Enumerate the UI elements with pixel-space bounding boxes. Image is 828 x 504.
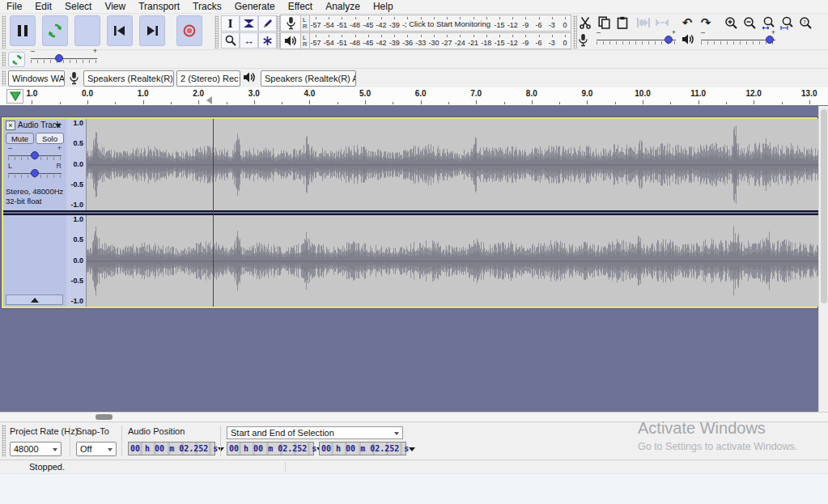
track-menu-chevron-icon[interactable] [55,124,62,131]
zoom-out-button[interactable] [741,15,758,31]
track-close-button[interactable]: × [6,121,15,130]
meter-scale-number: -57 [310,21,321,29]
recording-meter-scale[interactable]: -57-54-51-48-45-42-39-36-33-30-27-24-21-… [310,15,571,32]
redo-button[interactable]: ↷ [697,15,715,31]
loop-play-button[interactable] [42,15,68,46]
timeline-label: 8.0 [526,89,537,98]
menu-effect[interactable]: Effect [282,0,319,14]
play-speed-slider[interactable]: –+ [31,53,97,66]
waveform-channel-left[interactable] [87,119,819,210]
timeline-tick [504,102,505,104]
vertical-scale-ruler[interactable]: 1.00.50.0-0.5-1.0 [66,119,87,210]
solo-button[interactable]: Solo [36,133,64,144]
toolbar-grip[interactable] [2,425,6,457]
recording-device-select[interactable]: Speakers (Realtek(R) Au [83,70,174,87]
gain-thumb[interactable] [31,151,39,159]
audio-track[interactable]: × Audio Track Mute Solo –+ LR Stereo, 48… [2,117,817,308]
playhead-marker[interactable] [202,96,212,104]
pan-slider[interactable]: LR [8,167,62,180]
playback-volume-slider[interactable]: –+ [701,34,775,47]
audio-position-field[interactable]: 00 h 00 m 02.252 s [128,442,215,455]
speaker-icon [243,71,256,83]
play-speed-thumb[interactable] [55,54,63,62]
zoom-project-button[interactable] [778,15,796,31]
mute-button[interactable]: Mute [6,133,34,144]
selection-tool-button[interactable]: I [221,15,240,32]
meter-tick [447,35,448,37]
toolbar-grip[interactable] [214,15,219,49]
draw-tool-button[interactable] [258,15,277,32]
toolbar-grip[interactable] [2,15,6,49]
meter-scale-number: -9 [522,39,529,47]
selection-mode-select[interactable]: Start and End of Selection [227,426,403,439]
vertical-scrollbar-thumb[interactable] [821,109,827,303]
skip-to-start-button[interactable] [107,15,133,46]
speaker-icon[interactable] [280,32,301,49]
recording-channels-select[interactable]: 2 (Stereo) Rec [176,70,240,87]
menu-analyze[interactable]: Analyze [319,0,367,14]
vertical-scale-ruler[interactable]: 1.00.50.0-0.5-1.0 [66,215,87,307]
menu-file[interactable]: File [0,0,28,14]
cut-button[interactable] [576,15,594,31]
pinned-play-head-button[interactable] [6,89,23,104]
selection-start-field[interactable]: 00 h 00 m 02.252 s [227,442,314,455]
playback-meter[interactable]: LR -57-54-51-48-45-42-39-36-33-30-27-24-… [280,32,571,49]
timeline-label: 5.0 [359,89,371,98]
playback-device-select[interactable]: Speakers (Realtek(R) Au [261,70,356,87]
time-shift-tool-button[interactable]: ↔ [240,32,258,49]
waveform-channel-right[interactable] [87,215,819,307]
menu-transport[interactable]: Transport [132,0,186,14]
zoom-toggle-button[interactable]: ? [796,15,814,31]
zoom-toggle-icon: ? [799,16,813,30]
track-area[interactable]: × Audio Track Mute Solo –+ LR Stereo, 48… [0,106,828,412]
silence-button [653,15,671,31]
meter-tick [512,35,513,37]
zoom-in-button[interactable] [722,15,740,31]
playback-volume-thumb[interactable] [766,36,774,44]
envelope-tool-button[interactable] [240,15,258,32]
menu-edit[interactable]: Edit [28,0,58,14]
chevron-down-icon[interactable] [218,447,224,455]
horizontal-scrollbar-thumb[interactable] [96,414,113,420]
record-button[interactable] [176,15,202,46]
chevron-down-icon[interactable] [409,447,415,455]
toolbar-grip[interactable] [2,52,6,67]
monitoring-hint[interactable]: Click to Start Monitoring [406,19,493,28]
menu-tracks[interactable]: Tracks [186,0,228,14]
skip-to-end-button[interactable] [139,15,165,46]
selection-end-field[interactable]: 00 h 00 m 02.252 s [319,442,406,455]
meter-tick [565,35,566,37]
meter-scale-number: -33 [415,39,426,47]
meter-tick [434,35,435,37]
stop-button[interactable] [74,15,100,46]
toolbar-grip[interactable] [2,70,6,86]
recording-volume-thumb[interactable] [665,36,673,44]
timeline-ruler[interactable]: 1.00.01.02.03.04.05.06.07.08.09.010.011.… [0,87,828,106]
undo-button[interactable]: ↶ [678,15,696,31]
menu-select[interactable]: Select [58,0,98,14]
timeline-tick [32,100,32,104]
recording-meter[interactable]: LR -57-54-51-48-45-42-39-36-33-30-27-24-… [280,15,571,32]
horizontal-scrollbar[interactable] [0,412,828,421]
snap-to-select[interactable]: Off [76,442,117,456]
audio-host-select[interactable]: Windows WA [8,70,65,87]
multi-tool-button[interactable] [258,32,277,49]
pause-button[interactable] [10,15,36,46]
track-title[interactable]: Audio Track [18,121,61,129]
recording-volume-slider[interactable]: –+ [597,34,676,47]
menu-generate[interactable]: Generate [228,0,282,14]
menu-help[interactable]: Help [367,0,400,14]
track-collapse-button[interactable] [6,294,63,305]
menu-view[interactable]: View [98,0,132,14]
pan-thumb[interactable] [31,169,39,177]
timeline-label: 0.0 [82,89,93,98]
meter-scale-number: -30 [428,39,439,47]
vertical-scrollbar[interactable] [818,106,828,412]
gain-slider[interactable]: –+ [8,150,62,163]
windows-taskbar: Search ⌃ ENGUS [0,473,828,504]
microphone-icon[interactable] [280,15,301,32]
zoom-tool-button[interactable] [221,32,240,49]
play-at-speed-button[interactable] [8,52,25,67]
project-rate-select[interactable]: 48000 [10,442,62,456]
paste-button[interactable] [614,15,631,31]
